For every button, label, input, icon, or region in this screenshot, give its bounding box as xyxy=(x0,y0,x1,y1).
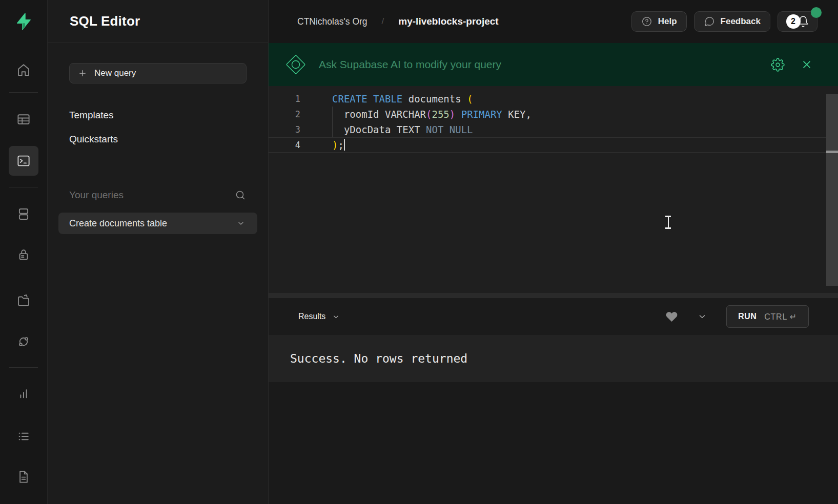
your-queries-label: Your queries xyxy=(69,190,124,201)
table-grid-icon xyxy=(16,112,31,127)
line-number[interactable]: 3 xyxy=(269,122,300,137)
text-caret xyxy=(344,139,345,151)
link-quickstarts[interactable]: Quickstarts xyxy=(69,127,247,151)
code-line[interactable]: 3 yDocData TEXT NOT NULL xyxy=(269,122,838,137)
run-query-button[interactable]: RUN CTRL ↵ xyxy=(726,305,809,328)
code-token: ( xyxy=(467,93,473,104)
notification-count-badge: 2 xyxy=(786,14,801,29)
sidebar-item-authentication[interactable] xyxy=(11,242,36,267)
code-content[interactable]: roomId VARCHAR(255) PRIMARY KEY, xyxy=(332,107,532,122)
results-label: Results xyxy=(298,312,325,321)
line-number[interactable]: 1 xyxy=(269,91,300,107)
line-number[interactable]: 2 xyxy=(269,107,300,122)
sidebar-item-logs[interactable] xyxy=(11,424,36,449)
close-icon[interactable] xyxy=(800,58,813,71)
query-panel-header: SQL Editor xyxy=(48,0,268,43)
query-item-label: Create documents table xyxy=(69,218,167,229)
sidebar-item-edge-functions[interactable] xyxy=(11,329,36,354)
sidebar-item-docs[interactable] xyxy=(11,465,36,489)
code-token xyxy=(455,109,461,120)
ai-assistant-banner: Ask Supabase AI to modify your query xyxy=(269,43,838,86)
search-icon[interactable] xyxy=(234,189,247,201)
sidebar-item-home[interactable] xyxy=(11,58,36,82)
database-stack-icon xyxy=(16,206,31,222)
code-token: documents xyxy=(402,93,467,104)
code-lines: 1CREATE TABLE documents (2 roomId VARCHA… xyxy=(269,86,838,293)
indent-guide xyxy=(332,107,333,122)
code-line[interactable]: 1CREATE TABLE documents ( xyxy=(269,91,838,107)
code-content[interactable]: ); xyxy=(332,137,345,153)
terminal-icon xyxy=(16,153,31,169)
supabase-logo[interactable] xyxy=(12,10,35,33)
sidebar-item-storage[interactable] xyxy=(11,288,36,313)
code-token: ; xyxy=(338,139,343,151)
topbar-actions: Help Feedback 2 xyxy=(631,11,817,32)
document-icon xyxy=(16,469,31,485)
plus-icon xyxy=(78,69,87,78)
page-title: SQL Editor xyxy=(70,13,140,29)
query-list-item-selected[interactable]: Create documents table xyxy=(58,213,257,234)
icon-rail xyxy=(0,0,48,504)
new-query-label: New query xyxy=(94,68,136,78)
sidebar-item-table-editor[interactable] xyxy=(11,107,36,132)
sidebar-item-reports[interactable] xyxy=(11,381,36,406)
supabase-logo-icon xyxy=(14,12,33,31)
rail-divider xyxy=(9,92,38,93)
help-label: Help xyxy=(658,16,677,27)
query-panel-links: Templates Quickstarts xyxy=(48,103,268,151)
results-dropdown[interactable]: Results xyxy=(298,312,340,321)
code-token: roomId VARCHAR xyxy=(332,109,426,120)
query-panel: SQL Editor New query Templates Quickstar… xyxy=(48,0,269,504)
link-templates[interactable]: Templates xyxy=(69,103,247,127)
editor-vertical-scrollbar[interactable] xyxy=(826,94,838,286)
line-number[interactable]: 4 xyxy=(269,137,300,153)
breadcrumb-separator: / xyxy=(382,16,384,27)
rail-divider xyxy=(9,187,38,187)
scrollbar-cursor-marker xyxy=(826,151,838,153)
heart-icon[interactable] xyxy=(665,310,678,323)
topbar: CTNicholas's Org / my-liveblocks-project… xyxy=(269,0,838,43)
home-icon xyxy=(16,62,31,78)
breadcrumb-org[interactable]: CTNicholas's Org xyxy=(297,16,367,27)
gear-icon[interactable] xyxy=(771,58,785,72)
run-label: RUN xyxy=(738,312,757,321)
code-token: ) xyxy=(449,109,455,120)
sidebar-item-database[interactable] xyxy=(11,202,36,226)
your-queries-header: Your queries xyxy=(48,184,268,206)
list-icon xyxy=(16,429,31,444)
lock-icon xyxy=(16,247,31,262)
code-token: ( xyxy=(426,109,432,120)
notifications-button[interactable]: 2 xyxy=(778,11,817,32)
new-query-button[interactable]: New query xyxy=(69,63,247,83)
breadcrumb-project[interactable]: my-liveblocks-project xyxy=(398,16,498,27)
code-line[interactable]: 4); xyxy=(269,137,838,153)
code-content[interactable]: CREATE TABLE documents ( xyxy=(332,91,473,107)
ai-prompt-input[interactable]: Ask Supabase AI to modify your query xyxy=(319,58,501,71)
supabase-studio-app: SQL Editor New query Templates Quickstar… xyxy=(0,0,838,504)
sidebar-item-sql-editor[interactable] xyxy=(9,146,38,176)
code-line[interactable]: 2 roomId VARCHAR(255) PRIMARY KEY, xyxy=(269,107,838,122)
folder-file-icon xyxy=(16,293,31,308)
sql-code-editor[interactable]: 1CREATE TABLE documents (2 roomId VARCHA… xyxy=(269,86,838,293)
feedback-label: Feedback xyxy=(721,16,761,27)
feedback-button[interactable]: Feedback xyxy=(694,11,770,32)
chat-bubble-icon xyxy=(704,16,715,27)
code-token: 255 xyxy=(432,109,449,120)
results-empty-area xyxy=(269,382,838,504)
help-button[interactable]: Help xyxy=(631,11,687,32)
code-token: yDocData TEXT xyxy=(332,124,426,135)
run-shortcut: CTRL ↵ xyxy=(764,312,797,322)
status-message: Success. No rows returned xyxy=(290,352,467,365)
ai-banner-actions xyxy=(771,58,813,72)
chevron-down-icon xyxy=(237,219,245,227)
results-panel-resize-handle[interactable] xyxy=(269,293,838,298)
code-content[interactable]: yDocData TEXT NOT NULL xyxy=(332,122,473,137)
chevron-down-icon[interactable] xyxy=(698,312,707,321)
main-area: CTNicholas's Org / my-liveblocks-project… xyxy=(269,0,838,504)
code-token: CREATE TABLE xyxy=(332,93,402,104)
code-token: ) xyxy=(332,139,338,151)
results-toolbar: Results RUN CTRL ↵ xyxy=(269,298,838,335)
chevron-down-icon xyxy=(332,313,340,321)
supabase-ai-diamond-icon xyxy=(284,53,308,76)
query-status-band: Success. No rows returned xyxy=(269,335,838,382)
